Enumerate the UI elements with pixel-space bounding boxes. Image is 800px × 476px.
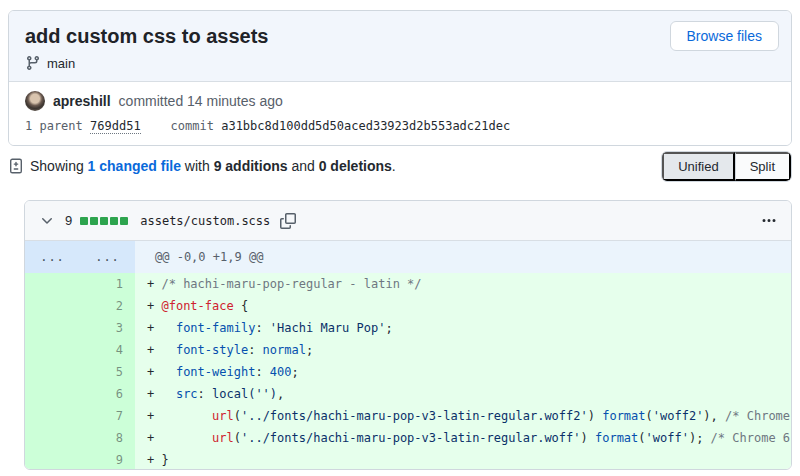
line-number[interactable]: 7 bbox=[80, 405, 135, 427]
additions-count: 9 additions bbox=[214, 158, 288, 174]
diffstat-block bbox=[80, 217, 88, 225]
diff-line: 6+ src: local(''), bbox=[25, 383, 791, 405]
old-line-number-cell bbox=[25, 295, 80, 317]
chevron-down-icon bbox=[39, 213, 55, 229]
line-number[interactable]: 9 bbox=[80, 449, 135, 470]
git-branch-icon bbox=[25, 55, 41, 71]
split-view-button[interactable]: Split bbox=[735, 152, 791, 181]
commit-header-card: add custom css to assets main Browse fil… bbox=[8, 10, 792, 146]
hunk-old-gutter: ... bbox=[25, 241, 80, 273]
line-number[interactable]: 8 bbox=[80, 427, 135, 449]
diff-line: 4+ font-style: normal; bbox=[25, 339, 791, 361]
file-header: 9 assets/custom.scss bbox=[25, 201, 791, 241]
diffstat-block bbox=[120, 217, 128, 225]
author-name[interactable]: apreshill bbox=[53, 93, 111, 109]
hunk-header-text: @@ -0,0 +1,9 @@ bbox=[135, 241, 791, 273]
diffstat-block bbox=[100, 217, 108, 225]
line-number[interactable]: 2 bbox=[80, 295, 135, 317]
file-diff-icon bbox=[8, 158, 24, 174]
code-cell: + font-style: normal; bbox=[135, 339, 791, 361]
line-number[interactable]: 4 bbox=[80, 339, 135, 361]
diff-line: 1+ /* hachi-maru-pop-regular - latin */ bbox=[25, 273, 791, 295]
old-line-number-cell bbox=[25, 361, 80, 383]
hunk-new-gutter: ... bbox=[80, 241, 135, 273]
author-avatar[interactable] bbox=[25, 91, 45, 111]
code-cell: + url('../fonts/hachi-maru-pop-v3-latin-… bbox=[135, 405, 791, 427]
hunk-header-row: ... ... @@ -0,0 +1,9 @@ bbox=[25, 241, 791, 273]
file-changes-count: 9 bbox=[65, 213, 72, 228]
commit-title: add custom css to assets bbox=[25, 23, 775, 49]
file-options-button[interactable] bbox=[759, 211, 779, 231]
code-cell: + } bbox=[135, 449, 791, 470]
line-number[interactable]: 1 bbox=[80, 273, 135, 295]
old-line-number-cell bbox=[25, 427, 80, 449]
parent-sha-link[interactable]: 769dd51 bbox=[90, 119, 141, 134]
parent-label: 1 parent bbox=[25, 119, 90, 133]
diff-file-card: 9 assets/custom.scss ... ... @@ -0,0 +1,… bbox=[24, 200, 792, 470]
diff-view-toggle: Unified Split bbox=[661, 151, 792, 182]
commit-label: commit bbox=[171, 119, 222, 133]
committed-timestamp: committed 14 minutes ago bbox=[119, 93, 283, 109]
diff-line: 7+ url('../fonts/hachi-maru-pop-v3-latin… bbox=[25, 405, 791, 427]
code-cell: + font-weight: 400; bbox=[135, 361, 791, 383]
code-cell: + @font-face { bbox=[135, 295, 791, 317]
diffstat-block bbox=[110, 217, 118, 225]
diff-summary-bar: Showing 1 changed file with 9 additions … bbox=[8, 150, 792, 182]
diffstat-block bbox=[90, 217, 98, 225]
copy-icon bbox=[280, 213, 296, 229]
diff-line: 8+ url('../fonts/hachi-maru-pop-v3-latin… bbox=[25, 427, 791, 449]
branch-name: main bbox=[47, 56, 75, 71]
branch-indicator: main bbox=[25, 55, 775, 71]
line-number[interactable]: 3 bbox=[80, 317, 135, 339]
copy-file-path-button[interactable] bbox=[278, 211, 298, 231]
old-line-number-cell bbox=[25, 339, 80, 361]
browse-files-button[interactable]: Browse files bbox=[670, 21, 779, 51]
code-cell: + src: local(''), bbox=[135, 383, 791, 405]
code-cell: + font-family: 'Hachi Maru Pop'; bbox=[135, 317, 791, 339]
line-number[interactable]: 6 bbox=[80, 383, 135, 405]
file-name: assets/custom.scss bbox=[140, 214, 270, 228]
diffstat bbox=[80, 217, 128, 225]
kebab-icon bbox=[761, 213, 777, 229]
diff-line: 5+ font-weight: 400; bbox=[25, 361, 791, 383]
diff-lines: 1+ /* hachi-maru-pop-regular - latin */2… bbox=[25, 273, 791, 470]
collapse-file-button[interactable] bbox=[37, 211, 57, 231]
summary-text: Showing 1 changed file with 9 additions … bbox=[30, 158, 396, 174]
old-line-number-cell bbox=[25, 449, 80, 470]
deletions-count: 0 deletions bbox=[319, 158, 392, 174]
old-line-number-cell bbox=[25, 383, 80, 405]
diff-line: 3+ font-family: 'Hachi Maru Pop'; bbox=[25, 317, 791, 339]
unified-view-button[interactable]: Unified bbox=[662, 152, 734, 181]
code-cell: + /* hachi-maru-pop-regular - latin */ bbox=[135, 273, 791, 295]
commit-sha-row: 1 parent 769dd51commit a31bbc8d100dd5d50… bbox=[25, 119, 775, 133]
old-line-number-cell bbox=[25, 317, 80, 339]
old-line-number-cell bbox=[25, 405, 80, 427]
old-line-number-cell bbox=[25, 273, 80, 295]
commit-sha: a31bbc8d100dd5d50aced33923d2b553adc21dec bbox=[221, 119, 510, 133]
code-cell: + url('../fonts/hachi-maru-pop-v3-latin-… bbox=[135, 427, 791, 449]
changed-files-link[interactable]: 1 changed file bbox=[88, 158, 181, 174]
diff-line: 2+ @font-face { bbox=[25, 295, 791, 317]
line-number[interactable]: 5 bbox=[80, 361, 135, 383]
commit-title-section: add custom css to assets main Browse fil… bbox=[9, 11, 791, 82]
diff-line: 9+ } bbox=[25, 449, 791, 470]
commit-author-section: apreshill committed 14 minutes ago 1 par… bbox=[9, 82, 791, 145]
